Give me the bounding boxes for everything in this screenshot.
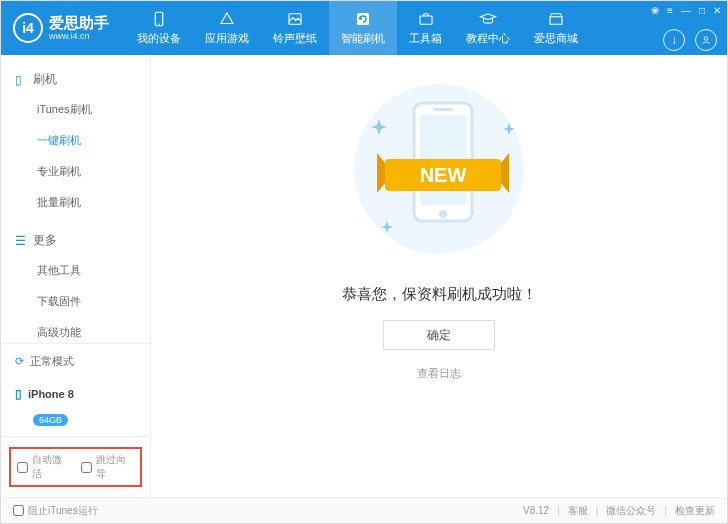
body: ▯ 刷机 iTunes刷机 一键刷机 专业刷机 批量刷机 ☰ 更多 其他工具 下… [1, 55, 727, 497]
more-icon: ☰ [15, 234, 27, 248]
tab-toolbox-label: 工具箱 [409, 31, 442, 46]
svg-point-9 [439, 210, 447, 218]
svg-point-5 [704, 37, 708, 41]
success-illustration: NEW [299, 73, 579, 263]
title-bar: i4 爱思助手 www.i4.cn 我的设备 应用游戏 铃声壁纸 智能刷机 [1, 1, 727, 55]
separator: | [664, 505, 667, 516]
svg-rect-4 [420, 16, 432, 24]
brand-name: 爱思助手 [49, 15, 109, 30]
user-icon[interactable] [695, 29, 717, 51]
tab-apps[interactable]: 应用游戏 [193, 1, 261, 55]
status-bar: 阻止iTunes运行 V8.12 | 客服 | 微信公众号 | 检查更新 [1, 497, 727, 523]
skip-wizard-input[interactable] [81, 462, 92, 473]
tab-toolbox[interactable]: 工具箱 [397, 1, 454, 55]
tab-tutorial-label: 教程中心 [466, 31, 510, 46]
support-link[interactable]: 客服 [568, 504, 588, 518]
apps-icon [218, 10, 236, 28]
separator: | [596, 505, 599, 516]
menu-icon[interactable]: ≡ [667, 5, 673, 16]
svg-point-1 [158, 24, 160, 26]
device-icon: ▯ [15, 387, 22, 401]
view-log-link[interactable]: 查看日志 [417, 366, 461, 381]
svg-rect-10 [433, 108, 453, 111]
block-itunes-checkbox[interactable]: 阻止iTunes运行 [13, 504, 98, 518]
maximize-button[interactable]: □ [699, 5, 705, 16]
device-name: iPhone 8 [28, 388, 74, 400]
window-controls: ❀ ≡ — □ ✕ [651, 5, 721, 16]
tab-mall[interactable]: 爱思商城 [522, 1, 590, 55]
sidebar-section-flash-title: 刷机 [33, 71, 57, 88]
sidebar-item-other[interactable]: 其他工具 [1, 255, 150, 286]
skip-wizard-checkbox[interactable]: 跳过向导 [81, 453, 135, 481]
wechat-link[interactable]: 微信公众号 [606, 504, 656, 518]
sidebar-bottom-options: 自动激活 跳过向导 [1, 436, 150, 497]
picture-icon [286, 10, 304, 28]
block-itunes-label: 阻止iTunes运行 [28, 504, 98, 518]
device-storage-badge: 64GB [33, 414, 68, 426]
svg-rect-3 [357, 13, 369, 25]
refresh-icon [354, 10, 372, 28]
skin-icon[interactable]: ❀ [651, 5, 659, 16]
header-right-icons: ↓ [663, 29, 717, 51]
update-link[interactable]: 检查更新 [675, 504, 715, 518]
separator: | [557, 505, 560, 516]
auto-activate-checkbox[interactable]: 自动激活 [17, 453, 71, 481]
tab-device-label: 我的设备 [137, 31, 181, 46]
brand-logo: i4 [13, 13, 43, 43]
sidebar-item-onekey[interactable]: 一键刷机 [1, 125, 150, 156]
sidebar-section-flash-header: ▯ 刷机 [1, 65, 150, 94]
auto-activate-label: 自动激活 [32, 453, 71, 481]
brand-url: www.i4.cn [49, 32, 109, 41]
mode-row[interactable]: ⟳ 正常模式 [1, 344, 150, 379]
ok-button[interactable]: 确定 [383, 320, 495, 350]
phone-small-icon: ▯ [15, 73, 27, 87]
sidebar-item-fw[interactable]: 下载固件 [1, 286, 150, 317]
graduation-icon [479, 10, 497, 28]
new-text: NEW [420, 164, 467, 186]
sidebar-item-batch[interactable]: 批量刷机 [1, 187, 150, 218]
auto-activate-input[interactable] [17, 462, 28, 473]
sidebar-item-itunes[interactable]: iTunes刷机 [1, 94, 150, 125]
download-icon[interactable]: ↓ [663, 29, 685, 51]
brand-text: 爱思助手 www.i4.cn [49, 15, 109, 41]
sidebar-item-pro[interactable]: 专业刷机 [1, 156, 150, 187]
main-content: NEW 恭喜您，保资料刷机成功啦！ 确定 查看日志 [151, 55, 727, 497]
top-nav: 我的设备 应用游戏 铃声壁纸 智能刷机 工具箱 教程中心 [125, 1, 590, 55]
shop-icon [547, 10, 565, 28]
tab-tutorial[interactable]: 教程中心 [454, 1, 522, 55]
mode-label: 正常模式 [30, 354, 74, 369]
tab-device[interactable]: 我的设备 [125, 1, 193, 55]
version-label: V8.12 [523, 505, 549, 516]
refresh-small-icon: ⟳ [15, 355, 24, 368]
sidebar-section-more-header: ☰ 更多 [1, 226, 150, 255]
skip-wizard-label: 跳过向导 [96, 453, 135, 481]
success-message: 恭喜您，保资料刷机成功啦！ [342, 285, 537, 304]
tab-apps-label: 应用游戏 [205, 31, 249, 46]
sidebar-section-more-title: 更多 [33, 232, 57, 249]
tab-flash-label: 智能刷机 [341, 31, 385, 46]
tab-ring-label: 铃声壁纸 [273, 31, 317, 46]
block-itunes-input[interactable] [13, 505, 24, 516]
tab-mall-label: 爱思商城 [534, 31, 578, 46]
highlighted-options: 自动激活 跳过向导 [9, 447, 142, 487]
phone-icon [150, 10, 168, 28]
device-row[interactable]: ▯ iPhone 8 [1, 379, 150, 409]
sidebar: ▯ 刷机 iTunes刷机 一键刷机 专业刷机 批量刷机 ☰ 更多 其他工具 下… [1, 55, 151, 497]
minimize-button[interactable]: — [681, 5, 691, 16]
toolbox-icon [417, 10, 435, 28]
tab-ring[interactable]: 铃声壁纸 [261, 1, 329, 55]
sidebar-lower: ⟳ 正常模式 ▯ iPhone 8 64GB [1, 343, 150, 436]
sidebar-item-adv[interactable]: 高级功能 [1, 317, 150, 343]
tab-flash[interactable]: 智能刷机 [329, 1, 397, 55]
brand: i4 爱思助手 www.i4.cn [1, 13, 121, 43]
close-button[interactable]: ✕ [713, 5, 721, 16]
